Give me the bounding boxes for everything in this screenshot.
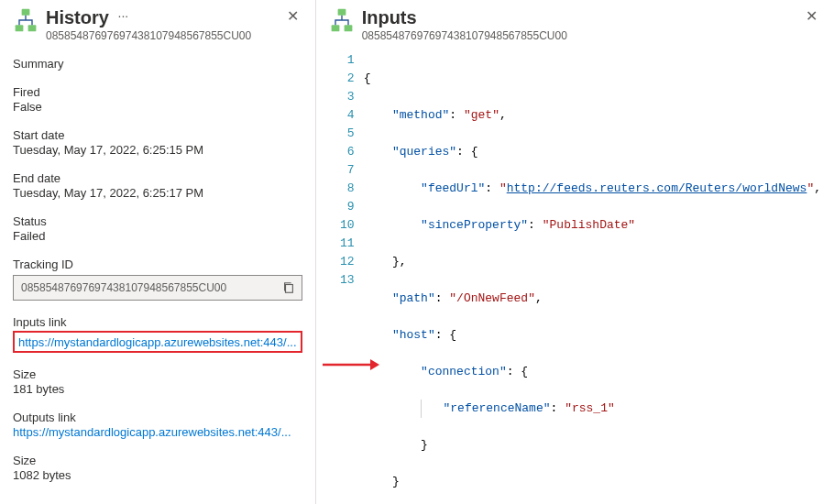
svg-rect-7 [331,25,339,31]
svg-rect-2 [28,25,37,31]
outputs-size-value: 1082 bytes [13,468,302,482]
start-date-value: Tuesday, May 17, 2022, 6:25:15 PM [13,143,302,157]
close-icon[interactable]: ✕ [283,7,302,26]
summary-label: Summary [13,57,302,71]
inputs-subtitle: 08585487697697438107948567855CU00 [362,29,795,42]
svg-rect-1 [16,25,24,31]
fired-value: False [13,100,302,114]
history-header: History ··· 0858548769769743810794856785… [13,7,302,42]
hierarchy-icon [329,7,355,36]
history-subtitle: 08585487697697438107948567855CU00 [46,29,276,42]
inputs-link[interactable]: https://mystandardlogicapp.azurewebsites… [18,335,297,349]
inputs-title: Inputs [362,7,417,27]
inputs-header: Inputs 08585487697697438107948567855CU00… [329,7,821,42]
end-date-value: Tuesday, May 17, 2022, 6:25:17 PM [13,186,302,200]
outputs-size-label: Size [13,454,302,467]
json-editor[interactable]: 12345678910111213 { "method": "get", "qu… [329,51,821,491]
history-title: History [46,7,109,27]
svg-rect-8 [344,25,352,31]
outputs-link[interactable]: https://mystandardlogicapp.azurewebsites… [13,425,302,439]
json-feed-url[interactable]: http://feeds.reuters.com/Reuters/worldNe… [507,181,807,195]
inputs-link-highlight: https://mystandardlogicapp.azurewebsites… [13,331,302,353]
more-icon[interactable]: ··· [113,7,135,24]
inputs-size-value: 181 bytes [13,382,302,396]
status-label: Status [13,214,302,228]
start-date-label: Start date [13,128,302,142]
hierarchy-icon [13,7,38,36]
inputs-link-label: Inputs link [13,315,302,329]
history-panel: History ··· 0858548769769743810794856785… [0,0,316,504]
svg-rect-6 [337,9,346,16]
json-reference-name: rss_1 [572,401,608,415]
inputs-size-label: Size [13,367,302,381]
tracking-id-field: 08585487697697438107948567855CU00 [13,275,302,301]
end-date-label: End date [13,171,302,185]
line-gutter: 12345678910111213 [329,51,364,491]
code-content[interactable]: { "method": "get", "queries": { "feedUrl… [364,51,821,491]
svg-rect-0 [22,9,30,16]
outputs-link-label: Outputs link [13,411,302,424]
inputs-panel: Inputs 08585487697697438107948567855CU00… [316,0,834,504]
close-icon[interactable]: ✕ [802,7,821,26]
tracking-id-label: Tracking ID [13,257,302,271]
copy-icon[interactable] [276,276,302,300]
json-method: get [471,108,492,122]
tracking-id-value: 08585487697697438107948567855CU00 [14,281,276,294]
status-value: Failed [13,229,302,243]
json-since-property: PublishDate [550,218,629,232]
svg-rect-3 [285,285,292,293]
fired-label: Fired [13,85,302,99]
json-path: /OnNewFeed [456,291,528,305]
